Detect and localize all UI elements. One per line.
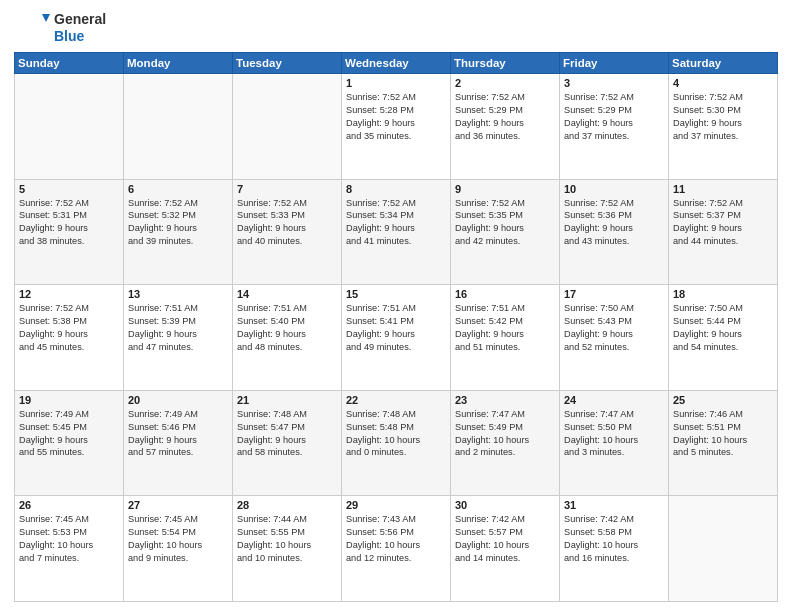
calendar-cell: 1Sunrise: 7:52 AM Sunset: 5:28 PM Daylig… <box>342 74 451 180</box>
day-number: 26 <box>19 499 119 511</box>
day-number: 19 <box>19 394 119 406</box>
day-number: 6 <box>128 183 228 195</box>
calendar-cell: 27Sunrise: 7:45 AM Sunset: 5:54 PM Dayli… <box>124 496 233 602</box>
day-number: 18 <box>673 288 773 300</box>
day-number: 2 <box>455 77 555 89</box>
day-number: 3 <box>564 77 664 89</box>
weekday-header-saturday: Saturday <box>669 53 778 74</box>
day-number: 28 <box>237 499 337 511</box>
day-number: 21 <box>237 394 337 406</box>
day-info: Sunrise: 7:48 AM Sunset: 5:47 PM Dayligh… <box>237 408 337 460</box>
day-info: Sunrise: 7:49 AM Sunset: 5:45 PM Dayligh… <box>19 408 119 460</box>
day-number: 12 <box>19 288 119 300</box>
day-info: Sunrise: 7:42 AM Sunset: 5:58 PM Dayligh… <box>564 513 664 565</box>
day-number: 24 <box>564 394 664 406</box>
day-info: Sunrise: 7:52 AM Sunset: 5:31 PM Dayligh… <box>19 197 119 249</box>
calendar-cell: 10Sunrise: 7:52 AM Sunset: 5:36 PM Dayli… <box>560 179 669 285</box>
svg-marker-0 <box>42 14 50 22</box>
day-info: Sunrise: 7:48 AM Sunset: 5:48 PM Dayligh… <box>346 408 446 460</box>
day-info: Sunrise: 7:51 AM Sunset: 5:41 PM Dayligh… <box>346 302 446 354</box>
weekday-header-tuesday: Tuesday <box>233 53 342 74</box>
day-number: 10 <box>564 183 664 195</box>
day-info: Sunrise: 7:45 AM Sunset: 5:54 PM Dayligh… <box>128 513 228 565</box>
calendar-cell: 31Sunrise: 7:42 AM Sunset: 5:58 PM Dayli… <box>560 496 669 602</box>
calendar-cell: 7Sunrise: 7:52 AM Sunset: 5:33 PM Daylig… <box>233 179 342 285</box>
day-number: 13 <box>128 288 228 300</box>
logo: GeneralBlue <box>14 10 106 46</box>
day-number: 8 <box>346 183 446 195</box>
day-info: Sunrise: 7:52 AM Sunset: 5:35 PM Dayligh… <box>455 197 555 249</box>
calendar-table: SundayMondayTuesdayWednesdayThursdayFrid… <box>14 52 778 602</box>
day-number: 25 <box>673 394 773 406</box>
calendar-cell: 4Sunrise: 7:52 AM Sunset: 5:30 PM Daylig… <box>669 74 778 180</box>
day-info: Sunrise: 7:50 AM Sunset: 5:43 PM Dayligh… <box>564 302 664 354</box>
weekday-header-sunday: Sunday <box>15 53 124 74</box>
day-number: 22 <box>346 394 446 406</box>
day-info: Sunrise: 7:52 AM Sunset: 5:29 PM Dayligh… <box>455 91 555 143</box>
calendar-week-row: 1Sunrise: 7:52 AM Sunset: 5:28 PM Daylig… <box>15 74 778 180</box>
calendar-cell <box>15 74 124 180</box>
day-info: Sunrise: 7:52 AM Sunset: 5:30 PM Dayligh… <box>673 91 773 143</box>
calendar-cell: 13Sunrise: 7:51 AM Sunset: 5:39 PM Dayli… <box>124 285 233 391</box>
day-number: 23 <box>455 394 555 406</box>
day-info: Sunrise: 7:52 AM Sunset: 5:36 PM Dayligh… <box>564 197 664 249</box>
day-info: Sunrise: 7:51 AM Sunset: 5:39 PM Dayligh… <box>128 302 228 354</box>
page-container: GeneralBlue SundayMondayTuesdayWednesday… <box>0 0 792 612</box>
calendar-cell <box>233 74 342 180</box>
page-header: GeneralBlue <box>14 10 778 46</box>
day-number: 9 <box>455 183 555 195</box>
calendar-week-row: 26Sunrise: 7:45 AM Sunset: 5:53 PM Dayli… <box>15 496 778 602</box>
calendar-week-row: 12Sunrise: 7:52 AM Sunset: 5:38 PM Dayli… <box>15 285 778 391</box>
day-number: 30 <box>455 499 555 511</box>
calendar-cell: 18Sunrise: 7:50 AM Sunset: 5:44 PM Dayli… <box>669 285 778 391</box>
day-info: Sunrise: 7:49 AM Sunset: 5:46 PM Dayligh… <box>128 408 228 460</box>
day-info: Sunrise: 7:45 AM Sunset: 5:53 PM Dayligh… <box>19 513 119 565</box>
weekday-header-monday: Monday <box>124 53 233 74</box>
day-number: 29 <box>346 499 446 511</box>
calendar-cell <box>669 496 778 602</box>
day-number: 16 <box>455 288 555 300</box>
day-number: 20 <box>128 394 228 406</box>
calendar-cell: 8Sunrise: 7:52 AM Sunset: 5:34 PM Daylig… <box>342 179 451 285</box>
calendar-cell: 29Sunrise: 7:43 AM Sunset: 5:56 PM Dayli… <box>342 496 451 602</box>
logo-general: General <box>54 11 106 28</box>
day-info: Sunrise: 7:52 AM Sunset: 5:32 PM Dayligh… <box>128 197 228 249</box>
day-info: Sunrise: 7:52 AM Sunset: 5:33 PM Dayligh… <box>237 197 337 249</box>
calendar-cell: 22Sunrise: 7:48 AM Sunset: 5:48 PM Dayli… <box>342 390 451 496</box>
logo-svg <box>14 10 50 46</box>
day-info: Sunrise: 7:47 AM Sunset: 5:49 PM Dayligh… <box>455 408 555 460</box>
calendar-cell: 3Sunrise: 7:52 AM Sunset: 5:29 PM Daylig… <box>560 74 669 180</box>
day-number: 14 <box>237 288 337 300</box>
calendar-cell: 28Sunrise: 7:44 AM Sunset: 5:55 PM Dayli… <box>233 496 342 602</box>
day-info: Sunrise: 7:52 AM Sunset: 5:38 PM Dayligh… <box>19 302 119 354</box>
calendar-cell: 21Sunrise: 7:48 AM Sunset: 5:47 PM Dayli… <box>233 390 342 496</box>
day-info: Sunrise: 7:52 AM Sunset: 5:29 PM Dayligh… <box>564 91 664 143</box>
day-number: 31 <box>564 499 664 511</box>
day-info: Sunrise: 7:47 AM Sunset: 5:50 PM Dayligh… <box>564 408 664 460</box>
calendar-cell: 23Sunrise: 7:47 AM Sunset: 5:49 PM Dayli… <box>451 390 560 496</box>
day-number: 4 <box>673 77 773 89</box>
calendar-cell: 6Sunrise: 7:52 AM Sunset: 5:32 PM Daylig… <box>124 179 233 285</box>
calendar-cell: 11Sunrise: 7:52 AM Sunset: 5:37 PM Dayli… <box>669 179 778 285</box>
weekday-header-wednesday: Wednesday <box>342 53 451 74</box>
day-info: Sunrise: 7:51 AM Sunset: 5:40 PM Dayligh… <box>237 302 337 354</box>
calendar-cell: 20Sunrise: 7:49 AM Sunset: 5:46 PM Dayli… <box>124 390 233 496</box>
day-info: Sunrise: 7:52 AM Sunset: 5:37 PM Dayligh… <box>673 197 773 249</box>
day-info: Sunrise: 7:43 AM Sunset: 5:56 PM Dayligh… <box>346 513 446 565</box>
day-info: Sunrise: 7:52 AM Sunset: 5:34 PM Dayligh… <box>346 197 446 249</box>
calendar-cell: 15Sunrise: 7:51 AM Sunset: 5:41 PM Dayli… <box>342 285 451 391</box>
calendar-cell: 9Sunrise: 7:52 AM Sunset: 5:35 PM Daylig… <box>451 179 560 285</box>
day-number: 27 <box>128 499 228 511</box>
calendar-cell: 17Sunrise: 7:50 AM Sunset: 5:43 PM Dayli… <box>560 285 669 391</box>
calendar-cell: 30Sunrise: 7:42 AM Sunset: 5:57 PM Dayli… <box>451 496 560 602</box>
day-number: 15 <box>346 288 446 300</box>
calendar-cell: 16Sunrise: 7:51 AM Sunset: 5:42 PM Dayli… <box>451 285 560 391</box>
day-number: 7 <box>237 183 337 195</box>
day-number: 1 <box>346 77 446 89</box>
logo-blue: Blue <box>54 28 106 45</box>
calendar-cell: 26Sunrise: 7:45 AM Sunset: 5:53 PM Dayli… <box>15 496 124 602</box>
calendar-cell: 12Sunrise: 7:52 AM Sunset: 5:38 PM Dayli… <box>15 285 124 391</box>
calendar-cell: 14Sunrise: 7:51 AM Sunset: 5:40 PM Dayli… <box>233 285 342 391</box>
calendar-week-row: 5Sunrise: 7:52 AM Sunset: 5:31 PM Daylig… <box>15 179 778 285</box>
day-number: 17 <box>564 288 664 300</box>
